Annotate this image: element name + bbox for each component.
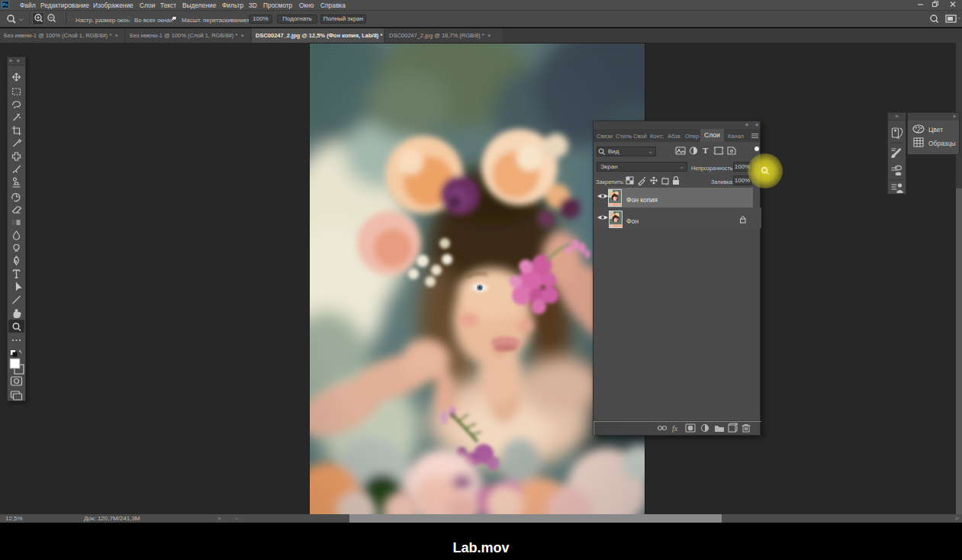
svg-text:T: T [703, 146, 709, 155]
